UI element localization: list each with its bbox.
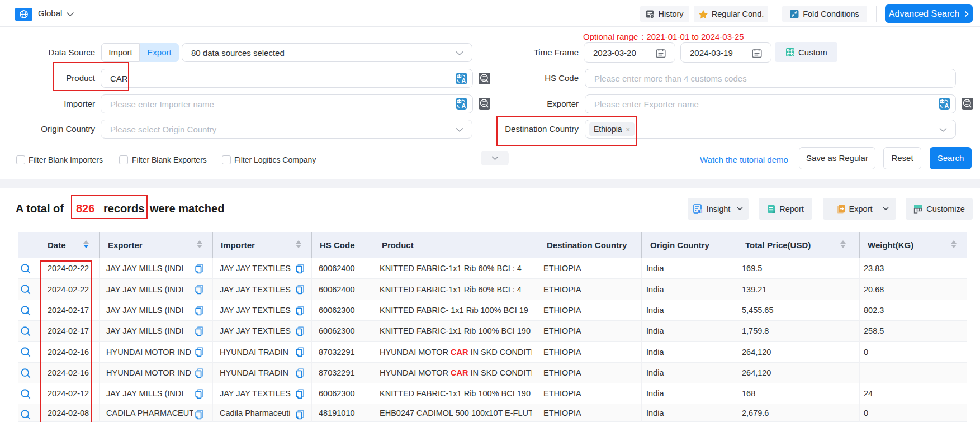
svg-text:A: A — [462, 102, 466, 109]
svg-text:BI: BI — [698, 209, 702, 214]
svg-text:A: A — [945, 102, 949, 109]
svg-text:A: A — [462, 77, 466, 84]
